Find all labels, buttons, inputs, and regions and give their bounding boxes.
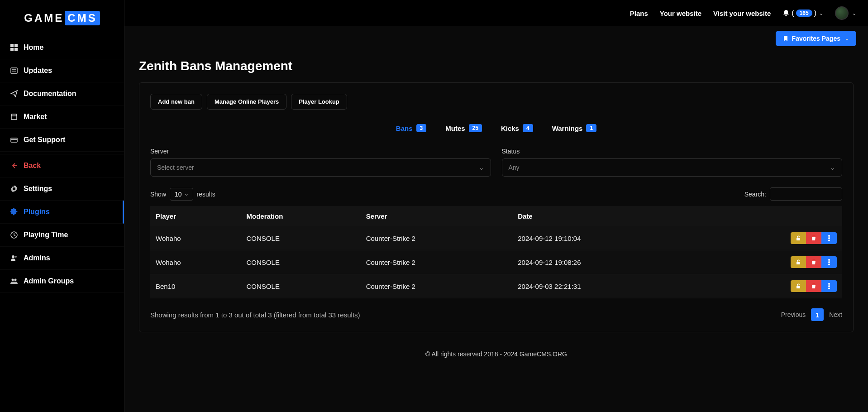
- cell-player: Wohaho: [150, 226, 241, 250]
- th-moderation[interactable]: Moderation: [241, 206, 361, 226]
- tab-label: Kicks: [501, 125, 519, 132]
- show-label: Show: [150, 191, 166, 198]
- top-link-your-website[interactable]: Your website: [660, 10, 701, 17]
- favorites-pages-button[interactable]: Favorites Pages ⌄: [776, 31, 856, 46]
- cell-moderation: CONSOLE: [241, 274, 361, 298]
- nav-updates[interactable]: Updates: [0, 59, 124, 82]
- bell-icon: [782, 10, 790, 17]
- pagination-previous[interactable]: Previous: [781, 311, 806, 318]
- svg-rect-1: [14, 44, 18, 47]
- server-select[interactable]: Select server ⌄: [150, 158, 491, 177]
- filter-server: Server Select server ⌄: [150, 148, 491, 177]
- tab-bans[interactable]: Bans 3: [396, 124, 426, 132]
- paperplane-icon: [10, 90, 18, 98]
- unban-button[interactable]: [791, 280, 806, 292]
- pagination-page[interactable]: 1: [811, 308, 824, 321]
- player-lookup-button[interactable]: Player Lookup: [291, 94, 347, 110]
- nav-market[interactable]: Market: [0, 105, 124, 129]
- status-select[interactable]: Any ⌄: [502, 158, 843, 177]
- usergroup-icon: [10, 277, 18, 285]
- chevron-down-icon: ⌄: [479, 164, 484, 171]
- tab-kicks[interactable]: Kicks 4: [501, 124, 533, 132]
- th-player[interactable]: Player: [150, 206, 241, 226]
- unban-button[interactable]: [791, 256, 806, 268]
- notif-count: 165: [796, 10, 812, 17]
- filter-status: Status Any ⌄: [502, 148, 843, 177]
- svg-rect-2: [10, 48, 14, 51]
- tab-badge: 1: [586, 124, 596, 132]
- nav-home[interactable]: Home: [0, 36, 124, 59]
- logo-part1: GAME: [24, 12, 64, 24]
- select-value: Any: [509, 164, 520, 171]
- info-button[interactable]: [821, 256, 837, 268]
- svg-point-22: [828, 287, 830, 289]
- delete-button[interactable]: [806, 232, 821, 244]
- nav: Home Updates Documentation Market Get Su…: [0, 36, 124, 412]
- nav-admin-groups[interactable]: Admin Groups: [0, 270, 124, 293]
- nav-label: Plugins: [24, 208, 50, 216]
- svg-point-14: [828, 235, 830, 237]
- gear-icon: [10, 185, 18, 193]
- svg-point-13: [14, 279, 17, 281]
- cell-moderation: CONSOLE: [241, 250, 361, 274]
- nav-label: Market: [24, 113, 47, 121]
- cell-server: Counter-Strike 2: [361, 274, 513, 298]
- filter-label: Status: [502, 148, 843, 155]
- nav-label: Playing Time: [24, 231, 68, 239]
- nav-settings[interactable]: Settings: [0, 177, 124, 201]
- notifications[interactable]: ( 165 ) ⌄: [782, 9, 823, 17]
- nav-label: Back: [24, 162, 41, 170]
- cell-date: 2024-09-12 19:10:04: [512, 226, 698, 250]
- svg-point-11: [15, 256, 17, 258]
- nav-documentation[interactable]: Documentation: [0, 82, 124, 105]
- cell-date: 2024-09-12 19:08:26: [512, 250, 698, 274]
- user-menu[interactable]: ⌄: [835, 6, 856, 20]
- top-link-plans[interactable]: Plans: [630, 10, 648, 17]
- card-icon: [10, 136, 18, 144]
- bans-panel: Add new ban Manage Online Players Player…: [139, 82, 854, 332]
- nav-admins[interactable]: Admins: [0, 247, 124, 270]
- nav-support[interactable]: Get Support: [0, 129, 124, 152]
- th-date[interactable]: Date: [512, 206, 698, 226]
- svg-point-17: [828, 259, 830, 261]
- tab-warnings[interactable]: Warnings 1: [552, 124, 596, 132]
- tab-mutes[interactable]: Mutes 25: [445, 124, 482, 132]
- nav-label: Admin Groups: [24, 277, 74, 285]
- logo[interactable]: GAME CMS: [0, 0, 124, 36]
- th-actions: [699, 206, 842, 226]
- nav-back[interactable]: Back: [0, 154, 124, 177]
- th-server[interactable]: Server: [361, 206, 513, 226]
- add-ban-button[interactable]: Add new ban: [150, 94, 202, 110]
- topbar: Plans Your website Visit your website ( …: [124, 0, 868, 26]
- pagination-next[interactable]: Next: [829, 311, 842, 318]
- unban-button[interactable]: [791, 232, 806, 244]
- page-size-select[interactable]: 10: [170, 188, 193, 201]
- svg-point-21: [828, 285, 830, 287]
- delete-button[interactable]: [806, 280, 821, 292]
- cell-server: Counter-Strike 2: [361, 226, 513, 250]
- avatar: [835, 6, 849, 20]
- svg-rect-0: [10, 44, 14, 47]
- table-row: Ben10CONSOLECounter-Strike 22024-09-03 2…: [150, 274, 842, 298]
- footer: © All rights reserved 2018 - 2024 GameCM…: [124, 341, 868, 367]
- pagination: Previous 1 Next: [781, 308, 842, 321]
- manage-online-button[interactable]: Manage Online Players: [207, 94, 286, 110]
- info-button[interactable]: [821, 280, 837, 292]
- chevron-down-icon: ⌄: [852, 10, 856, 16]
- tab-badge: 25: [469, 124, 482, 132]
- cell-moderation: CONSOLE: [241, 226, 361, 250]
- info-button[interactable]: [821, 232, 837, 244]
- nav-plugins[interactable]: Plugins: [0, 201, 124, 224]
- search-input[interactable]: [770, 187, 842, 201]
- delete-button[interactable]: [806, 256, 821, 268]
- results-label: results: [197, 191, 215, 198]
- svg-point-10: [12, 255, 14, 258]
- nav-playing-time[interactable]: Playing Time: [0, 224, 124, 247]
- sidebar: GAME CMS Home Updates Documentation Mark…: [0, 0, 124, 412]
- tab-label: Warnings: [552, 125, 583, 132]
- cell-player: Wohaho: [150, 250, 241, 274]
- svg-point-12: [12, 279, 14, 281]
- store-icon: [10, 113, 18, 121]
- cell-date: 2024-09-03 22:21:31: [512, 274, 698, 298]
- top-link-visit[interactable]: Visit your website: [713, 10, 771, 17]
